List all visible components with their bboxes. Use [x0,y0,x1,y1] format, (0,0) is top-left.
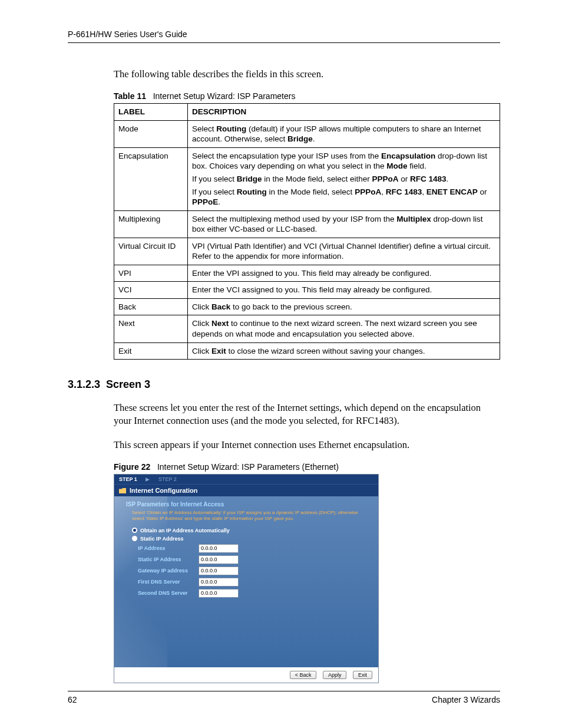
table-row: NextClick Next to continue to the next w… [114,315,500,342]
table-cell-label: Back [114,298,188,315]
table-cell-label: Mode [114,120,188,147]
table-caption: Table 11 Internet Setup Wizard: ISP Para… [114,91,500,101]
table-cell-description: Select the multiplexing method used by y… [188,210,500,238]
table-row: Virtual Circuit IDVPI (Virtual Path Iden… [114,238,500,265]
section-paragraph-1: These screens let you enter the rest of … [114,401,500,428]
table-row: ModeSelect Routing (default) if your ISP… [114,120,500,147]
table-cell-label: Exit [114,342,188,360]
wizard-field-input[interactable]: 0.0.0.0 [199,578,239,587]
wizard-field-input[interactable]: 0.0.0.0 [199,544,239,553]
table-cell-description: Enter the VPI assigned to you. This fiel… [188,265,500,282]
table-cell-description: Select the encapsulation type your ISP u… [188,147,500,210]
isp-parameters-table: LABEL DESCRIPTION ModeSelect Routing (de… [114,103,500,360]
wizard-field-input[interactable]: 0.0.0.0 [199,566,239,575]
figure-caption: Figure 22 Internet Setup Wizard: ISP Par… [114,462,500,472]
section-heading: 3.1.2.3 Screen 3 [68,378,500,391]
table-cell-label: VCI [114,282,188,299]
wizard-title: Internet Configuration [130,487,198,494]
figure-caption-title: Internet Setup Wizard: ISP Parameters (E… [157,462,339,472]
table-cell-description: Select Routing (default) if your ISP all… [188,120,500,147]
exit-button[interactable]: Exit [353,671,372,679]
wizard-field-input[interactable]: 0.0.0.0 [199,555,239,564]
wizard-body: ISP Parameters for Internet Access Selec… [114,496,378,667]
running-header: P-661H/HW Series User's Guide [68,29,500,43]
table-cell-description: Click Next to continue to the next wizar… [188,315,500,342]
table-row: VCIEnter the VCI assigned to you. This f… [114,282,500,299]
table-header-label: LABEL [114,104,188,121]
wizard-title-bar: Internet Configuration [114,484,378,496]
wizard-step-active: STEP 1 [119,476,137,482]
apply-button[interactable]: Apply [323,671,347,679]
section-paragraph-2: This screen appears if your Internet con… [114,439,500,452]
wizard-step-bar: STEP 1 ▶ STEP 2 [114,475,378,484]
table-cell-description: Click Back to go back to the previous sc… [188,298,500,315]
section-number: 3.1.2.3 [68,378,100,390]
table-row: ExitClick Exit to close the wizard scree… [114,342,500,360]
page-number: 62 [68,695,77,704]
wizard-button-bar: < Back Apply Exit [114,667,378,683]
table-caption-title: Internet Setup Wizard: ISP Parameters [153,91,296,101]
wizard-screenshot: STEP 1 ▶ STEP 2 Internet Configuration I… [114,474,379,683]
triangle-right-icon: ▶ [146,476,150,482]
page-footer: 62 Chapter 3 Wizards [68,691,500,704]
intro-paragraph: The following table describes the fields… [114,68,500,81]
wizard-step-inactive: STEP 2 [158,476,177,482]
table-cell-label: Virtual Circuit ID [114,238,188,265]
chapter-label: Chapter 3 Wizards [432,695,500,704]
wizard-background-graphic [114,496,167,667]
table-cell-description: Click Exit to close the wizard screen wi… [188,342,500,360]
section-title: Screen 3 [106,378,150,390]
table-cell-description: VPI (Virtual Path Identifier) and VCI (V… [188,238,500,265]
table-cell-label: Encapsulation [114,147,188,210]
table-row: BackClick Back to go back to the previou… [114,298,500,315]
table-row: EncapsulationSelect the encapsulation ty… [114,147,500,210]
table-row: VPIEnter the VPI assigned to you. This f… [114,265,500,282]
table-header-description: DESCRIPTION [188,104,500,121]
table-cell-label: Next [114,315,188,342]
table-cell-label: Multiplexing [114,210,188,238]
table-cell-label: VPI [114,265,188,282]
figure-caption-label: Figure 22 [114,462,150,472]
table-cell-description: Enter the VCI assigned to you. This fiel… [188,282,500,299]
back-button[interactable]: < Back [290,671,317,679]
folder-icon [119,487,126,493]
table-row: MultiplexingSelect the multiplexing meth… [114,210,500,238]
table-caption-label: Table 11 [114,91,146,101]
wizard-field-input[interactable]: 0.0.0.0 [199,589,239,598]
